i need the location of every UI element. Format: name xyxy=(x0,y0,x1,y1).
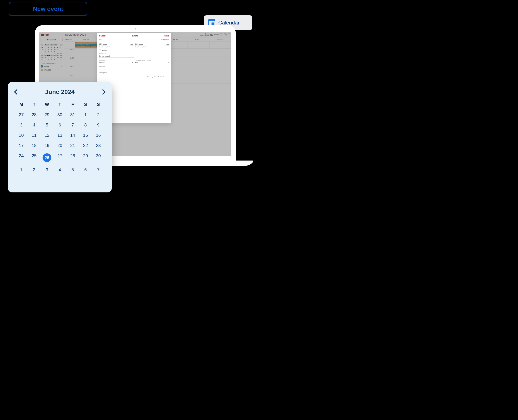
month-pop-day-cell[interactable]: 28 xyxy=(28,112,41,117)
mini-day-cell[interactable]: 3 xyxy=(44,51,46,52)
month-pop-day-cell[interactable]: 4 xyxy=(28,122,41,128)
allday-event[interactable]: Trial working day Björn xyxy=(75,44,99,46)
month-pop-day-cell[interactable]: 15 xyxy=(79,133,92,138)
underline-button[interactable]: U xyxy=(152,76,153,78)
month-pop-day-cell[interactable]: 3 xyxy=(41,167,53,172)
month-pop-day-cell[interactable]: 11 xyxy=(28,133,41,138)
hour-cell[interactable] xyxy=(187,101,209,110)
mini-day-cell[interactable]: 29 xyxy=(59,57,62,58)
hour-cell[interactable] xyxy=(209,92,231,101)
month-pop-day-cell[interactable]: 14 xyxy=(66,133,79,138)
hour-cell[interactable] xyxy=(209,48,231,57)
mini-day-cell[interactable]: 2 xyxy=(47,59,50,60)
mini-day-cell[interactable]: 23 xyxy=(41,57,44,58)
month-pop-day-cell[interactable]: 6 xyxy=(79,167,92,172)
month-pop-day-cell[interactable]: 1 xyxy=(79,112,92,117)
modal-save-button[interactable]: Save xyxy=(164,35,169,37)
mini-day-cell[interactable]: 16 xyxy=(41,55,44,56)
month-pop-day-cell[interactable]: 30 xyxy=(53,112,66,117)
mini-month-next-button[interactable]: › xyxy=(60,44,62,46)
mini-day-cell[interactable]: 22 xyxy=(59,55,62,56)
month-pop-day-cell[interactable]: 2 xyxy=(28,167,41,172)
guests-button[interactable]: GUESTS + xyxy=(161,39,169,41)
month-pop-day-cell[interactable]: 18 xyxy=(28,143,41,148)
modal-cancel-button[interactable]: Cancel xyxy=(99,35,106,37)
location-input[interactable] xyxy=(99,68,169,70)
month-pop-day-cell[interactable]: 3 xyxy=(15,122,28,128)
mini-day-cell[interactable]: 5 xyxy=(56,59,59,60)
mini-day-cell[interactable]: 18 xyxy=(47,55,50,56)
hour-cell[interactable] xyxy=(209,75,231,83)
month-pop-day-cell[interactable]: 4 xyxy=(53,167,66,172)
mini-day-cell[interactable]: 11 xyxy=(47,53,50,54)
month-pop-day-cell[interactable]: 7 xyxy=(92,167,105,172)
month-next-button[interactable] xyxy=(100,89,105,95)
from-date-input[interactable]: 9/19/2024 xyxy=(99,44,107,46)
code-button[interactable]: <> xyxy=(154,76,156,78)
month-pop-day-cell[interactable]: 5 xyxy=(66,167,79,172)
mini-month-prev-button[interactable]: ‹ xyxy=(41,44,43,46)
italic-button[interactable]: I xyxy=(150,76,150,78)
month-pop-day-cell[interactable]: 20 xyxy=(53,143,66,148)
mini-day-cell[interactable]: 24 xyxy=(44,57,46,58)
header-next-button[interactable]: › xyxy=(228,33,230,36)
month-pop-day-cell[interactable]: 27 xyxy=(53,153,66,162)
mini-day-cell[interactable]: 31 xyxy=(56,49,59,51)
month-pop-day-cell[interactable]: 23 xyxy=(92,143,105,148)
allday-checkbox[interactable] xyxy=(99,50,101,51)
mini-day-cell[interactable]: 9 xyxy=(41,53,44,54)
hour-cell[interactable] xyxy=(209,101,231,110)
mini-day-cell[interactable]: 14 xyxy=(56,53,59,54)
mini-day-cell[interactable]: 19 xyxy=(50,55,53,56)
mini-day-cell[interactable]: 30 xyxy=(53,49,56,51)
month-pop-day-cell[interactable]: 1 xyxy=(15,167,28,172)
bold-button[interactable]: B xyxy=(147,76,148,78)
mini-day-cell[interactable]: 27 xyxy=(44,49,46,51)
mini-day-cell[interactable]: 28 xyxy=(56,57,59,58)
month-pop-day-cell[interactable]: 22 xyxy=(79,143,92,148)
header-today-button[interactable]: ⧉ xyxy=(224,33,227,36)
mini-day-cell[interactable]: 20 xyxy=(53,55,56,56)
sidebar-calendar-item[interactable]: AWARDS⋯ xyxy=(41,69,62,71)
hour-cell[interactable] xyxy=(187,110,209,118)
month-pop-grid[interactable]: MTWTFSS272829303112345678910111213141516… xyxy=(15,102,105,172)
month-pop-day-cell[interactable]: 5 xyxy=(41,122,53,128)
month-pop-day-cell[interactable]: 25 xyxy=(28,153,41,162)
ol-button[interactable]: ≣ xyxy=(163,76,165,78)
mini-day-cell[interactable]: 30 xyxy=(41,59,44,60)
mini-day-cell[interactable]: 13 xyxy=(53,53,56,54)
hour-cell[interactable] xyxy=(187,92,209,101)
month-pop-day-cell[interactable]: 8 xyxy=(79,122,92,128)
hour-cell[interactable] xyxy=(209,110,231,118)
mini-day-cell[interactable]: 26 xyxy=(50,57,53,58)
mini-day-cell[interactable]: 29 xyxy=(50,49,53,51)
month-pop-day-cell[interactable]: 16 xyxy=(92,133,105,138)
month-pop-day-cell[interactable]: 19 xyxy=(41,143,53,148)
link-button[interactable]: ⧉ xyxy=(158,76,159,78)
mini-day-cell[interactable]: 25 xyxy=(47,57,50,58)
mini-day-cell[interactable]: 5 xyxy=(50,51,53,52)
mini-day-cell[interactable]: 4 xyxy=(53,59,56,60)
hour-cell[interactable] xyxy=(75,57,97,66)
mini-day-cell[interactable]: 3 xyxy=(50,59,53,60)
mini-day-cell[interactable]: 1 xyxy=(59,49,62,51)
hour-cell[interactable] xyxy=(187,83,209,92)
hour-cell[interactable] xyxy=(187,48,209,57)
hour-cell[interactable] xyxy=(209,83,231,92)
month-pop-day-cell[interactable]: 17 xyxy=(15,143,28,148)
month-pop-day-cell[interactable]: 21 xyxy=(66,143,79,148)
emails-link[interactable]: Emails xyxy=(214,34,219,35)
mini-day-cell[interactable]: 4 xyxy=(47,51,50,52)
to-time-input[interactable]: 13:30 xyxy=(165,44,169,46)
month-pop-day-cell[interactable]: 6 xyxy=(53,122,66,128)
allday-event[interactable]: First day Martin (SW dev Bachelor st… xyxy=(75,46,99,48)
mini-day-cell[interactable]: 21 xyxy=(56,55,59,56)
hour-cell[interactable] xyxy=(187,57,209,66)
month-pop-day-cell[interactable]: 28 xyxy=(66,153,79,162)
mini-month-grid[interactable]: MTWTFSS262728293031123456789101112131415… xyxy=(41,47,62,60)
repeating-select[interactable]: Do not repeat ▾ xyxy=(99,55,134,58)
from-time-input[interactable]: 13:00 xyxy=(129,44,133,46)
hour-cell[interactable] xyxy=(209,66,231,75)
month-pop-day-cell[interactable]: 10 xyxy=(15,133,28,138)
allday-cell-mon[interactable]: First day Haroen (Mail team)Trial workin… xyxy=(75,42,99,48)
